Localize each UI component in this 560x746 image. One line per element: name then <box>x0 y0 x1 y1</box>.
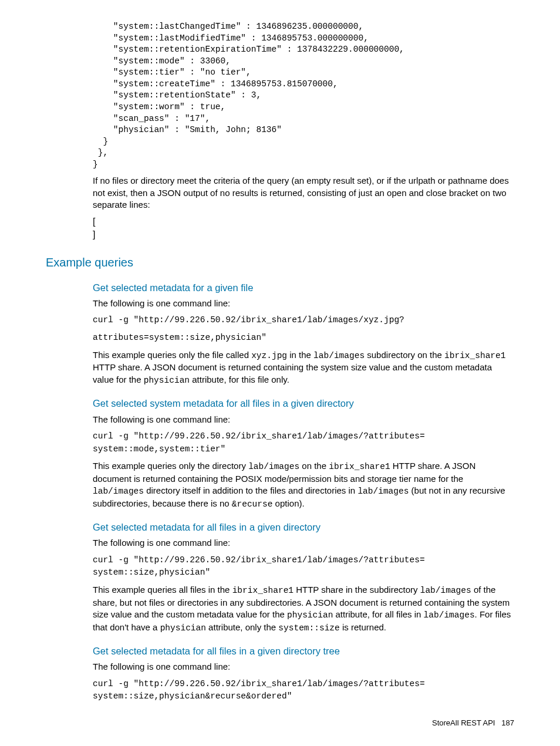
ex1-code-a: xyz.jpg <box>251 351 287 360</box>
ex1-title: Get selected metadata for a given file <box>93 281 514 294</box>
ex3-text: is returned. <box>340 622 386 632</box>
ex1-cmd-line2: attributes=system::size,physician" <box>93 332 514 345</box>
ex3-code-e: physician <box>160 623 206 633</box>
ex2-code-e: &recurse <box>232 499 273 509</box>
json-code-block: "system::lastChangedTime" : 1346896235.0… <box>93 21 514 170</box>
ex4-intro: The following is one command line: <box>93 661 514 673</box>
ex2-text: This example queries only the directory <box>93 461 248 471</box>
ex1-text: subdirectory on the <box>365 350 444 360</box>
ex1-code-b: lab/images <box>313 351 365 360</box>
ex3-code-d: lab/images <box>424 610 475 620</box>
ex3-text: This example queries all files in the <box>93 585 232 595</box>
ex3-cmd: curl -g "http://99.226.50.92/ibrix_share… <box>93 554 514 580</box>
ex2-code-d: lab/images <box>357 487 409 496</box>
section-example-queries: Example queries <box>46 255 514 271</box>
ex3-text: attribute, for all files in <box>333 609 423 619</box>
ex1-intro: The following is one command line: <box>93 298 514 309</box>
ex2-text: directory itself in addition to the file… <box>144 485 357 495</box>
ex1-cmd-line1: curl -g "http://99.226.50.92/ibrix_share… <box>93 314 514 327</box>
ex3-description: This example queries all files in the ib… <box>93 584 514 634</box>
ex2-title: Get selected system metadata for all fil… <box>93 397 514 410</box>
ex3-code-b: lab/images <box>420 586 471 595</box>
ex2-intro: The following is one command line: <box>93 414 514 426</box>
ex3-text: attribute, only the <box>206 622 278 632</box>
footer-label: StoreAll REST API <box>432 718 495 727</box>
ex1-text: in the <box>287 350 313 360</box>
ex2-code-b: ibrix_share1 <box>329 462 390 471</box>
ex2-description: This example queries only the directory … <box>93 460 514 510</box>
ex2-cmd: curl -g "http://99.226.50.92/ibrix_share… <box>93 430 514 456</box>
ex1-code-c: ibrix_share1 <box>444 351 505 360</box>
ex3-code-a: ibrix_share1 <box>232 586 294 595</box>
ex3-code-c: physician <box>287 610 333 620</box>
ex1-text: This example queries only the file calle… <box>93 350 251 360</box>
ex2-text: on the <box>299 461 329 471</box>
footer-page-number: 187 <box>501 718 514 727</box>
ex1-text: attribute, for this file only. <box>190 374 289 384</box>
ex2-text: option). <box>272 498 304 508</box>
ex1-code-d: physician <box>144 376 190 385</box>
ex2-code-a: lab/images <box>248 462 299 471</box>
bracket-close: ] <box>93 229 95 239</box>
ex2-code-c: lab/images <box>93 487 144 496</box>
ex3-text: HTTP share in the subdirectory <box>294 585 420 595</box>
empty-brackets: [ ] <box>93 215 514 242</box>
ex3-intro: The following is one command line: <box>93 537 514 549</box>
ex4-title: Get selected metadata for all files in a… <box>93 644 514 657</box>
empty-result-description: If no files or directory meet the criter… <box>93 175 514 211</box>
bracket-open: [ <box>93 217 95 227</box>
page-footer: StoreAll REST API 187 <box>432 718 514 728</box>
ex3-code-f: system::size <box>278 623 339 633</box>
ex4-cmd: curl -g "http://99.226.50.92/ibrix_share… <box>93 678 514 704</box>
ex1-description: This example queries only the file calle… <box>93 349 514 386</box>
ex3-title: Get selected metadata for all files in a… <box>93 521 514 534</box>
